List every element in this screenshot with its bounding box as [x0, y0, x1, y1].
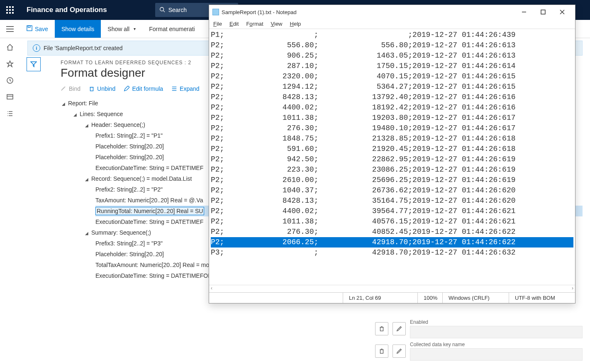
- notepad-title: SampleReport (1).txt - Notepad: [222, 9, 514, 15]
- notepad-line[interactable]: P2; 1011.38; 40576.15;2019-12-27 01:44:2…: [211, 216, 573, 227]
- clock-icon[interactable]: [6, 76, 14, 85]
- status-eol: Windows (CRLF): [442, 293, 509, 303]
- tree-label: Prefix3: String[2..2] = "P3": [95, 240, 163, 247]
- filter-button[interactable]: [27, 57, 41, 71]
- info-icon: i: [33, 44, 40, 52]
- menu-help[interactable]: Help: [290, 21, 301, 27]
- notepad-line[interactable]: P2; 1011.38; 19203.80;2019-12-27 01:44:2…: [211, 113, 573, 123]
- caret-icon[interactable]: ◢: [84, 231, 90, 235]
- save-label: Save: [35, 26, 48, 32]
- tree-label: Prefix1: String[2..2] = "P1": [95, 132, 163, 139]
- show-all-label: Show all: [107, 26, 129, 32]
- notepad-line[interactable]: P2; 2066.25; 42918.70;2019-12-27 01:44:2…: [211, 237, 573, 248]
- tree-label: Lines: Sequence: [80, 111, 123, 117]
- edit-formula-label: Edit formula: [132, 85, 163, 92]
- tree-label: ExecutionDateTime: String = DATETIMEF: [95, 165, 203, 171]
- property-input-collected[interactable]: [410, 348, 583, 361]
- notepad-line[interactable]: P2; 276.30; 40852.45;2019-12-27 01:44:26…: [211, 227, 573, 237]
- notepad-line[interactable]: P2; 4400.02; 39564.77;2019-12-27 01:44:2…: [211, 206, 573, 216]
- svg-line-1: [163, 10, 165, 12]
- maximize-button[interactable]: [534, 6, 553, 18]
- notepad-line[interactable]: P3; ; 42918.70;2019-12-27 01:44:26:632: [211, 248, 573, 258]
- notepad-line[interactable]: P2; 591.60; 21920.45;2019-12-27 01:44:26…: [211, 144, 573, 154]
- expand-label: Expand: [180, 85, 199, 92]
- status-position: Ln 21, Col 69: [343, 293, 417, 303]
- svg-rect-8: [7, 95, 13, 99]
- show-details-label: Show details: [61, 26, 94, 32]
- tree-label: Record: Sequence(;) = model.Data.List: [91, 175, 192, 182]
- search-icon: [159, 7, 165, 14]
- status-zoom: 100%: [417, 293, 442, 303]
- horizontal-scrollbar[interactable]: [209, 285, 575, 292]
- format-enumeration-button[interactable]: Format enumerati: [142, 20, 201, 38]
- tree-label: TaxAmount: Numeric[20..20] Real = @.Va: [95, 197, 203, 204]
- property-row-collected: Collected data key name: [375, 342, 583, 361]
- format-enum-label: Format enumerati: [149, 26, 195, 32]
- notepad-menubar: File Edit Format View Help: [209, 19, 575, 29]
- notepad-line[interactable]: P2; 287.10; 1750.15;2019-12-27 01:44:26:…: [211, 61, 573, 71]
- notepad-line[interactable]: P2; 1848.75; 21328.85;2019-12-27 01:44:2…: [211, 133, 573, 144]
- tree-label: Report: File: [68, 100, 98, 107]
- unbind-button[interactable]: Unbind: [89, 85, 115, 92]
- edit-button[interactable]: [393, 322, 406, 335]
- close-button[interactable]: [553, 6, 572, 18]
- notepad-line[interactable]: P2; 276.30; 19480.10;2019-12-27 01:44:26…: [211, 123, 573, 133]
- notepad-line[interactable]: P2; 8428.13; 35164.75;2019-12-27 01:44:2…: [211, 196, 573, 206]
- save-button[interactable]: Save: [20, 20, 55, 38]
- caret-icon[interactable]: ◢: [84, 123, 90, 128]
- caret-icon[interactable]: ◢: [61, 102, 66, 106]
- edit-button[interactable]: [393, 345, 406, 358]
- menu-view[interactable]: View: [271, 21, 283, 27]
- notepad-statusbar: Ln 21, Col 69 100% Windows (CRLF) UTF-8 …: [209, 292, 575, 303]
- app-launcher-icon[interactable]: [0, 0, 20, 20]
- bind-label: Bind: [69, 85, 80, 92]
- property-row-enabled: Enabled: [375, 319, 583, 338]
- bind-button[interactable]: Bind: [61, 85, 80, 92]
- svg-point-0: [160, 7, 163, 11]
- property-input-enabled[interactable]: [410, 326, 583, 338]
- show-all-button[interactable]: Show all ▾: [101, 20, 142, 38]
- star-icon[interactable]: [6, 60, 14, 68]
- svg-rect-21: [380, 328, 383, 331]
- caret-icon[interactable]: ◢: [72, 112, 78, 117]
- svg-rect-24: [380, 350, 383, 354]
- notepad-line[interactable]: P2; 2320.00; 4070.15;2019-12-27 01:44:26…: [211, 71, 573, 82]
- notepad-line[interactable]: P2; 906.25; 1463.05;2019-12-27 01:44:26:…: [211, 51, 573, 61]
- menu-edit[interactable]: Edit: [229, 21, 239, 27]
- delete-button[interactable]: [375, 322, 388, 335]
- delete-button[interactable]: [375, 345, 388, 358]
- notepad-line[interactable]: P2; 1294.12; 5364.27;2019-12-27 01:44:26…: [211, 82, 573, 92]
- notepad-line[interactable]: P2; 8428.13; 13792.40;2019-12-27 01:44:2…: [211, 92, 573, 102]
- notepad-line[interactable]: P2; 4400.02; 18192.42;2019-12-27 01:44:2…: [211, 102, 573, 113]
- notepad-line[interactable]: P2; 942.50; 22862.95;2019-12-27 01:44:26…: [211, 154, 573, 165]
- home-icon[interactable]: [6, 43, 14, 51]
- status-encoding: UTF-8 with BOM: [509, 293, 575, 303]
- minimize-button[interactable]: [514, 6, 534, 18]
- tree-label: Placeholder: String[20..20]: [95, 251, 164, 257]
- list-icon[interactable]: [6, 109, 14, 118]
- hamburger-icon[interactable]: [0, 20, 20, 38]
- tree-label: RunningTotal: Numeric[20..20] Real = SU: [95, 207, 204, 215]
- svg-rect-6: [28, 26, 30, 27]
- notepad-text[interactable]: P1; ; ;2019-12-27 01:44:26:439P2; 556.80…: [209, 29, 575, 259]
- unbind-label: Unbind: [97, 85, 115, 92]
- menu-format[interactable]: Format: [246, 21, 263, 27]
- notepad-line[interactable]: P1; ; ;2019-12-27 01:44:26:439: [211, 30, 573, 40]
- notepad-body: P1; ; ;2019-12-27 01:44:26:439P2; 556.80…: [209, 29, 575, 285]
- svg-rect-5: [27, 26, 32, 31]
- show-details-button[interactable]: Show details: [55, 20, 101, 38]
- notepad-line[interactable]: P2; 556.80; 556.80;2019-12-27 01:44:26:6…: [211, 40, 573, 51]
- menu-file[interactable]: File: [213, 21, 222, 27]
- notepad-titlebar[interactable]: SampleReport (1).txt - Notepad: [209, 5, 575, 19]
- notepad-line[interactable]: P2; 223.30; 23086.25;2019-12-27 01:44:26…: [211, 165, 573, 175]
- edit-formula-button[interactable]: Edit formula: [124, 85, 163, 92]
- notepad-line[interactable]: P2; 1040.37; 26736.62;2019-12-27 01:44:2…: [211, 185, 573, 196]
- notepad-window: SampleReport (1).txt - Notepad File Edit…: [209, 5, 575, 303]
- notepad-line[interactable]: P2; 2610.00; 25696.25;2019-12-27 01:44:2…: [211, 175, 573, 185]
- window-controls: [514, 6, 572, 18]
- expand-button[interactable]: Expand: [171, 85, 199, 92]
- workspace-icon[interactable]: [6, 93, 14, 101]
- caret-icon[interactable]: ◢: [84, 177, 90, 182]
- svg-rect-28: [541, 10, 545, 14]
- waffle-icon: [6, 6, 14, 14]
